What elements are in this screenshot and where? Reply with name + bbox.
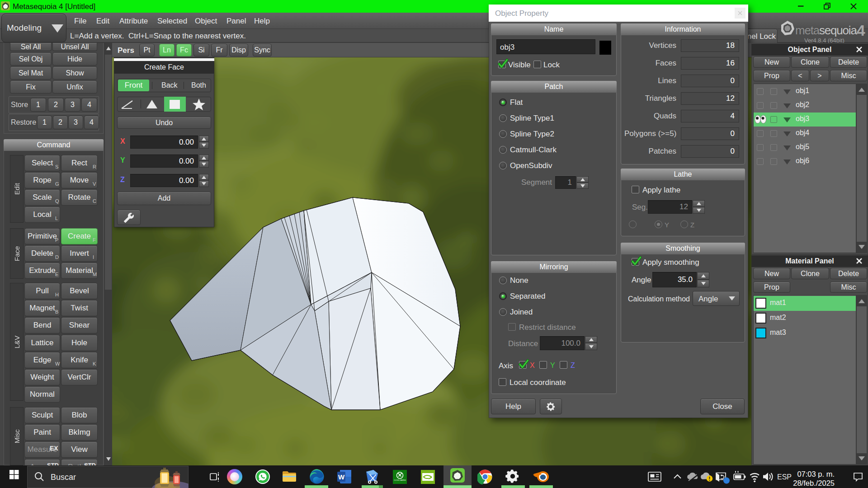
svg-text:W: W bbox=[338, 473, 345, 481]
svg-text:CLOUD GAMING: CLOUD GAMING bbox=[394, 479, 406, 481]
